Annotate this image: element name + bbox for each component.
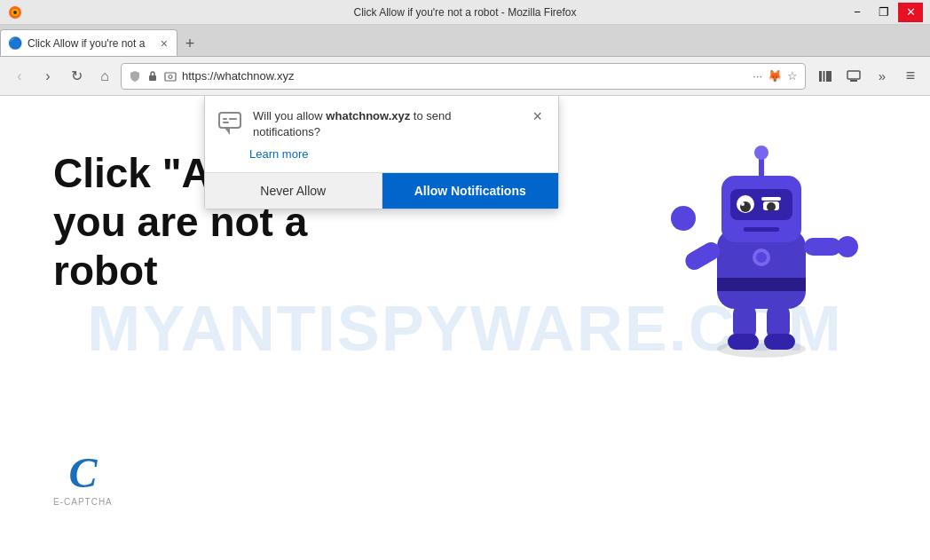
- captcha-letter: C: [68, 448, 97, 497]
- svg-rect-38: [229, 118, 237, 120]
- main-text-line3: robot: [53, 248, 158, 294]
- svg-rect-35: [219, 113, 240, 128]
- svg-rect-8: [826, 71, 831, 82]
- reload-button[interactable]: ↻: [64, 64, 89, 89]
- svg-rect-31: [728, 334, 759, 350]
- active-tab[interactable]: 🔵 Click Allow if you're not a ×: [0, 29, 177, 56]
- tab-favicon-icon: 🔵: [8, 36, 22, 50]
- svg-marker-36: [225, 128, 230, 135]
- shield-icon: [129, 70, 141, 83]
- home-button[interactable]: ⌂: [92, 64, 117, 89]
- svg-point-23: [767, 202, 776, 211]
- address-bar[interactable]: https://whatchnow.xyz ··· 🦊 ☆: [121, 63, 806, 90]
- titlebar: Click Allow if you're not a robot - Mozi…: [0, 0, 930, 25]
- popup-site-name: whatchnow.xyz: [326, 109, 410, 122]
- popup-learn-more-area: Learn more: [205, 146, 558, 172]
- popup-header: Will you allow whatchnow.xyz to send not…: [205, 96, 558, 146]
- never-allow-button[interactable]: Never Allow: [205, 173, 382, 209]
- svg-point-16: [754, 146, 768, 160]
- tab-title: Click Allow if you're not a: [28, 37, 154, 50]
- tab-close-button[interactable]: ×: [159, 35, 169, 52]
- svg-rect-4: [165, 73, 176, 81]
- robot-illustration: [664, 114, 859, 362]
- window-title: Click Allow if you're not a robot - Mozi…: [0, 6, 930, 19]
- svg-rect-27: [804, 238, 841, 256]
- more-options-icon[interactable]: ···: [753, 69, 762, 83]
- captcha-label: E-CAPTCHA: [53, 497, 113, 507]
- window-controls: − ❐ ✕: [845, 3, 923, 22]
- svg-rect-6: [819, 71, 822, 82]
- allow-notifications-button[interactable]: Allow Notifications: [382, 173, 559, 209]
- svg-rect-13: [717, 278, 806, 291]
- svg-rect-9: [847, 71, 860, 79]
- svg-rect-7: [824, 71, 825, 82]
- synced-tabs-button[interactable]: [841, 64, 866, 89]
- extensions-button[interactable]: »: [870, 64, 895, 89]
- svg-rect-21: [761, 197, 781, 201]
- popup-question-prefix: Will you allow: [253, 109, 326, 122]
- tabbar: 🔵 Click Allow if you're not a × +: [0, 25, 930, 57]
- menu-button[interactable]: ≡: [898, 64, 923, 89]
- minimize-button[interactable]: −: [845, 3, 870, 22]
- close-button[interactable]: ✕: [898, 3, 923, 22]
- synced-tabs-icon: [846, 68, 862, 84]
- toolbar-right: » ≡: [813, 64, 923, 89]
- notification-icon: [217, 110, 242, 140]
- learn-more-link[interactable]: Learn more: [249, 147, 308, 161]
- svg-rect-32: [764, 334, 795, 350]
- captcha-area: C E-CAPTCHA: [53, 448, 113, 507]
- svg-rect-10: [850, 80, 857, 82]
- svg-point-34: [756, 252, 767, 263]
- svg-point-28: [837, 236, 858, 257]
- popup-question-text: Will you allow whatchnow.xyz to send not…: [253, 108, 518, 140]
- popup-close-button[interactable]: ×: [529, 108, 546, 124]
- toolbar: ‹ › ↻ ⌂ https://whatchnow.xyz ··· 🦊 ☆: [0, 57, 930, 96]
- library-button[interactable]: [813, 64, 838, 89]
- lock-icon: [146, 70, 159, 83]
- svg-rect-24: [744, 227, 779, 232]
- svg-point-20: [741, 202, 745, 206]
- svg-point-2: [13, 11, 17, 14]
- pocket-icon: 🦊: [768, 69, 782, 83]
- svg-rect-39: [223, 122, 229, 123]
- forward-button[interactable]: ›: [35, 64, 60, 89]
- back-button[interactable]: ‹: [7, 64, 32, 89]
- svg-point-26: [671, 206, 696, 231]
- notification-popup: Will you allow whatchnow.xyz to send not…: [204, 96, 559, 209]
- restore-button[interactable]: ❐: [871, 3, 896, 22]
- url-display: https://whatchnow.xyz: [182, 69, 747, 83]
- camera-icon: [164, 70, 177, 83]
- svg-rect-3: [149, 75, 156, 81]
- firefox-logo-icon: [7, 4, 23, 20]
- svg-rect-37: [223, 118, 227, 120]
- popup-buttons: Never Allow Allow Notifications: [205, 172, 558, 209]
- titlebar-left: [7, 4, 23, 20]
- robot-image: [664, 114, 859, 362]
- main-content: MYANTISPYWARE.COM Click "Allow" if you a…: [0, 96, 930, 560]
- svg-point-5: [169, 75, 172, 78]
- chat-bubble-icon: [217, 110, 242, 135]
- bookmark-icon[interactable]: ☆: [787, 69, 798, 83]
- new-tab-button[interactable]: +: [177, 31, 202, 56]
- library-icon: [817, 68, 833, 84]
